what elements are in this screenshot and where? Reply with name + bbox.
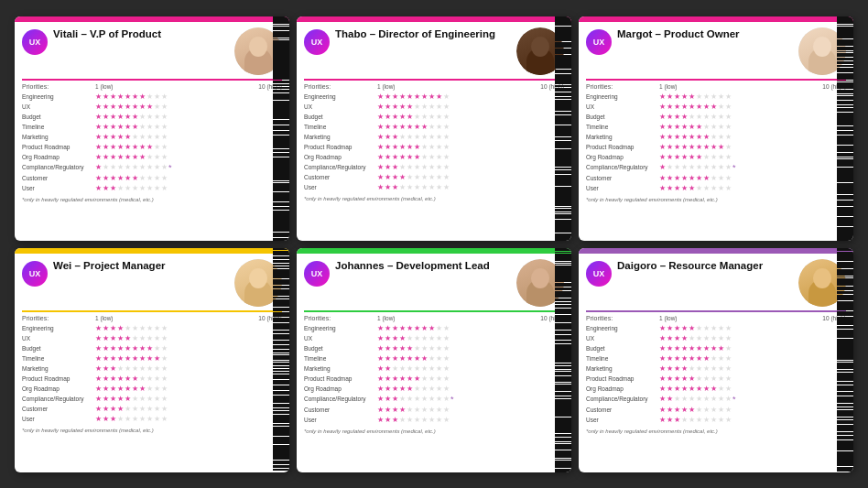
barcode bbox=[555, 248, 571, 472]
priority-label: Org Roadmap bbox=[586, 385, 659, 392]
divider bbox=[586, 79, 846, 81]
priority-row: Engineering ★★★★★★★★★★ bbox=[579, 323, 853, 333]
priority-label: Engineering bbox=[22, 325, 95, 331]
priority-label: Marketing bbox=[586, 365, 659, 372]
card-name: Margot – Product Owner bbox=[617, 27, 798, 41]
priority-row: Compliance/Regulatory ★★★★★★★★★★* bbox=[579, 394, 853, 405]
persona-card-wei: UX Wei – Project Manager Priorities: 1 (… bbox=[15, 248, 289, 472]
priority-row: Engineering ★★★★★★★★★★ bbox=[297, 92, 571, 102]
priority-label: User bbox=[22, 416, 95, 422]
priority-label: Compliance/Regulatory bbox=[22, 164, 95, 170]
priority-row: Product Roadmap ★★★★★★★★★★ bbox=[297, 142, 571, 152]
priority-label: Compliance/Regulatory bbox=[22, 396, 95, 402]
priority-row: Compliance/Regulatory ★★★★★★★★★★ bbox=[297, 162, 571, 172]
priority-row: UX ★★★★★★★★★★ bbox=[15, 102, 289, 112]
priority-row: Marketing ★★★★★★★★★★ bbox=[15, 363, 289, 374]
persona-card-vitali: UX Vitali – V.P of Product Priorities: 1… bbox=[15, 16, 289, 241]
card-name: Vitali – V.P of Product bbox=[53, 27, 234, 41]
priority-label: Product Roadmap bbox=[586, 144, 659, 150]
priority-label: Compliance/Regulatory bbox=[586, 164, 659, 170]
ux-logo: UX bbox=[22, 29, 48, 55]
priority-label: Product Roadmap bbox=[22, 144, 95, 150]
priorities-label: Priorities: bbox=[586, 83, 659, 90]
priority-label: UX bbox=[304, 335, 377, 342]
priority-label: User bbox=[586, 185, 659, 191]
priorities-header: Priorities: 1 (low) 10 (high) bbox=[297, 315, 571, 323]
card-header: UX Johannes – Development Lead bbox=[297, 254, 571, 310]
priority-label: UX bbox=[22, 103, 95, 110]
divider bbox=[304, 310, 564, 312]
priority-row: Product Roadmap ★★★★★★★★★★ bbox=[579, 142, 853, 152]
priority-label: Engineering bbox=[304, 93, 377, 100]
priority-row: Budget ★★★★★★★★★★ bbox=[579, 112, 853, 122]
priority-label: Marketing bbox=[586, 134, 659, 140]
priority-row: Timeline ★★★★★★★★★★ bbox=[15, 122, 289, 132]
priority-row: Org Roadmap ★★★★★★★★★★ bbox=[15, 384, 289, 394]
ux-logo: UX bbox=[304, 261, 330, 287]
priority-label: Marketing bbox=[304, 365, 377, 372]
low-label: 1 (low) bbox=[95, 83, 258, 90]
priority-row: UX ★★★★★★★★★★ bbox=[15, 333, 289, 343]
priority-row: Marketing ★★★★★★★★★★ bbox=[579, 132, 853, 142]
priority-label: Org Roadmap bbox=[22, 154, 95, 160]
priorities-label: Priorities: bbox=[586, 315, 659, 321]
card-header: UX Margot – Product Owner bbox=[579, 22, 853, 79]
persona-card-johannes: UX Johannes – Development Lead Prioritie… bbox=[297, 248, 571, 472]
ux-logo: UX bbox=[586, 261, 612, 287]
priority-label: Product Roadmap bbox=[304, 375, 377, 382]
priority-label: Customer bbox=[22, 175, 95, 181]
ux-logo: UX bbox=[586, 29, 612, 55]
priority-label: Compliance/Regulatory bbox=[304, 396, 377, 402]
priority-row: User ★★★★★★★★★★ bbox=[579, 183, 853, 193]
footer-note: *only in heavily regulated environments … bbox=[15, 426, 289, 437]
low-label: 1 (low) bbox=[95, 315, 258, 321]
priority-row: User ★★★★★★★★★★ bbox=[15, 183, 289, 193]
priority-label: Timeline bbox=[304, 355, 377, 362]
low-label: 1 (low) bbox=[659, 83, 822, 90]
priority-label: Product Roadmap bbox=[586, 375, 659, 382]
priority-row: Budget ★★★★★★★★★★ bbox=[15, 343, 289, 353]
footer-note: *only in heavily regulated environments … bbox=[297, 194, 571, 205]
priority-label: Customer bbox=[304, 407, 377, 413]
priority-row: Marketing ★★★★★★★★★★ bbox=[15, 132, 289, 142]
priority-row: Product Roadmap ★★★★★★★★★★ bbox=[15, 374, 289, 384]
priority-row: Timeline ★★★★★★★★★★ bbox=[15, 353, 289, 363]
priority-label: Timeline bbox=[304, 124, 377, 130]
priority-label: Compliance/Regulatory bbox=[586, 396, 659, 402]
priority-label: Product Roadmap bbox=[22, 375, 95, 382]
priority-row: Org Roadmap ★★★★★★★★★★ bbox=[15, 152, 289, 162]
priority-row: Customer ★★★★★★★★★★ bbox=[15, 173, 289, 183]
priority-label: Customer bbox=[586, 175, 659, 181]
card-header: UX Daigoro – Resource Manager bbox=[579, 254, 853, 310]
card-header: UX Wei – Project Manager bbox=[15, 254, 289, 310]
priorities-label: Priorities: bbox=[22, 83, 95, 90]
priority-label: UX bbox=[586, 103, 659, 110]
priority-label: Budget bbox=[304, 345, 377, 352]
priority-row: Budget ★★★★★★★★★★ bbox=[297, 343, 571, 353]
priority-row: Product Roadmap ★★★★★★★★★★ bbox=[579, 374, 853, 384]
divider bbox=[22, 310, 282, 312]
priority-label: Budget bbox=[586, 345, 659, 352]
priority-label: Marketing bbox=[22, 365, 95, 372]
low-label: 1 (low) bbox=[377, 83, 540, 90]
priority-row: Customer ★★★★★★★★★★ bbox=[579, 173, 853, 183]
priority-label: User bbox=[304, 184, 377, 190]
priorities-header: Priorities: 1 (low) 10 (high) bbox=[579, 315, 853, 323]
card-name: Wei – Project Manager bbox=[53, 259, 234, 273]
card-name: Thabo – Director of Engineering bbox=[335, 27, 516, 41]
persona-card-margot: UX Margot – Product Owner Priorities: 1 … bbox=[579, 16, 853, 241]
ux-logo: UX bbox=[304, 29, 330, 55]
card-name: Daigoro – Resource Manager bbox=[617, 259, 798, 273]
priority-row: Engineering ★★★★★★★★★★ bbox=[15, 92, 289, 102]
priority-row: Marketing ★★★★★★★★★★ bbox=[297, 363, 571, 374]
priority-row: UX ★★★★★★★★★★ bbox=[297, 333, 571, 343]
priority-label: Timeline bbox=[22, 124, 95, 130]
divider bbox=[304, 79, 564, 81]
priority-row: Customer ★★★★★★★★★★ bbox=[15, 404, 289, 414]
footer-note: *only in heavily regulated environments … bbox=[579, 195, 853, 206]
footer-note: *only in heavily regulated environments … bbox=[579, 427, 853, 438]
priorities-header: Priorities: 1 (low) 10 (high) bbox=[15, 83, 289, 92]
priority-row: Timeline ★★★★★★★★★★ bbox=[297, 353, 571, 363]
priorities-header: Priorities: 1 (low) 10 (high) bbox=[297, 83, 571, 92]
priority-label: Org Roadmap bbox=[586, 154, 659, 160]
